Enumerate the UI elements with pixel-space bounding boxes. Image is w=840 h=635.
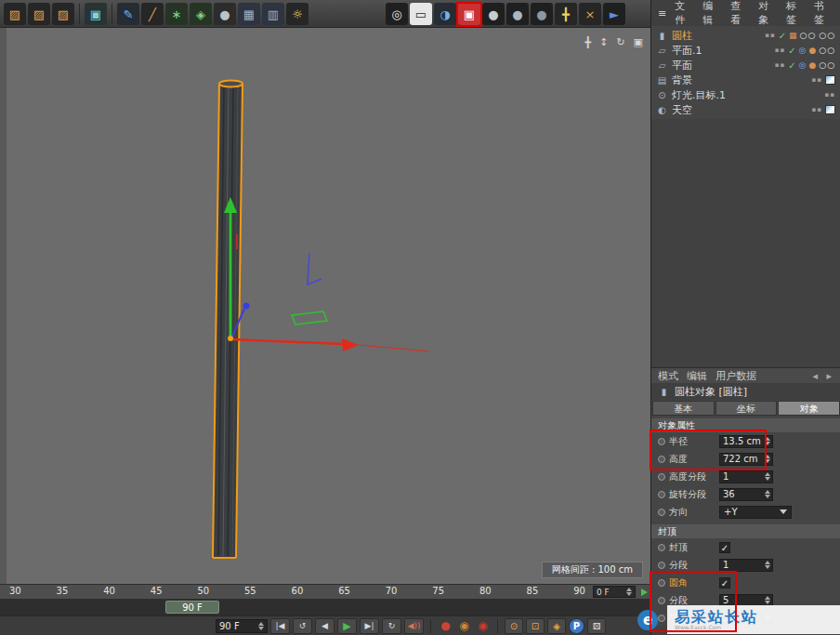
current-frame-field[interactable]: 90 F (216, 619, 268, 633)
next-frame-button[interactable]: ▶| (360, 618, 379, 634)
zoom-icon[interactable]: ↕ (599, 36, 608, 48)
keyframe-circle-icon[interactable] (658, 491, 665, 498)
keyframe-circle-icon[interactable] (658, 597, 665, 604)
tab-object[interactable]: 对象 (778, 401, 840, 416)
spinner[interactable] (258, 622, 264, 630)
render-picture-viewer-icon[interactable]: ▣ (458, 3, 480, 25)
cylinder-object[interactable] (213, 81, 243, 559)
viewport-canvas[interactable] (0, 28, 650, 584)
radius-input[interactable]: 13.5 cm (719, 435, 773, 448)
light-tool-icon[interactable]: ☼ (286, 3, 308, 25)
menu-mode[interactable]: 模式 (658, 369, 678, 383)
uv-tag-icon[interactable]: ○○ (800, 31, 817, 40)
cube-tool-icon[interactable]: ▣ (85, 3, 107, 25)
visibility-dots-icon[interactable]: ▪▪ (812, 76, 823, 84)
object-label[interactable]: 背景 (672, 73, 692, 87)
current-frame-knob[interactable]: 90 F (165, 601, 219, 614)
object-row-background[interactable]: ▤ 背景 ▪▪ (651, 73, 840, 87)
caps-checkbox[interactable]: ✓ (719, 542, 730, 553)
visibility-dots-icon[interactable]: ▪▪ (825, 91, 836, 99)
menu-objects[interactable]: 对象 (758, 0, 778, 27)
camera-tool-icon[interactable]: ▦ (238, 3, 260, 25)
symmetry-tool-icon[interactable]: ◈ (190, 3, 212, 25)
object-row-sky[interactable]: ◐ 天空 ▪▪ (651, 102, 840, 117)
sound-button[interactable]: ◀)) (404, 618, 424, 634)
record-scale-icon[interactable]: ⊡ (526, 618, 545, 634)
end-frame-field[interactable]: 0 F (593, 586, 636, 598)
tab-basic[interactable]: 基本 (652, 401, 715, 416)
knife-tool-icon[interactable]: ╱ (141, 3, 164, 25)
simulation-dice-icon[interactable]: ⚄ (587, 618, 606, 634)
target-tag-icon[interactable]: ◎ (799, 46, 807, 55)
metaball-tool-icon[interactable]: ● (214, 3, 236, 25)
spinner[interactable] (626, 588, 632, 596)
object-label[interactable]: 天空 (672, 103, 692, 117)
uv-tag-icon[interactable]: ○○ (819, 46, 835, 55)
object-row-light-target[interactable]: ⊙ 灯光.目标.1 ▪▪ (651, 87, 840, 102)
menu-icon[interactable]: ≡ (658, 7, 666, 20)
object-label[interactable]: 圆柱 (672, 29, 692, 43)
orientation-dropdown[interactable]: +Y (719, 506, 792, 519)
visibility-dots-icon[interactable]: ▪▪ (775, 61, 786, 69)
spinner[interactable] (765, 455, 770, 463)
spinner[interactable] (765, 561, 770, 569)
spinner[interactable] (765, 596, 770, 604)
clapboard-icon-1[interactable]: ▨ (4, 3, 26, 25)
phong-circles-icon[interactable]: ○○ (819, 31, 835, 40)
height-input[interactable]: 722 cm (719, 453, 773, 466)
material-sphere-icon-1[interactable]: ● (482, 3, 505, 25)
record-button[interactable]: ● (438, 618, 453, 634)
navigation-icon[interactable]: ► (603, 3, 625, 25)
record-position-icon[interactable]: ⊙ (505, 618, 523, 634)
rotation-segments-input[interactable]: 36 (719, 488, 773, 501)
keyframe-circle-icon[interactable] (658, 544, 665, 551)
phong-tag-icon[interactable]: ● (808, 46, 816, 55)
goto-start-button[interactable]: |◀ (270, 618, 290, 634)
render-region-icon[interactable]: ▭ (410, 3, 432, 25)
next-key-button[interactable]: ↻ (382, 618, 401, 634)
record-rotation-icon[interactable]: ◈ (547, 618, 566, 634)
timeline-ruler[interactable]: 30 35 40 45 50 55 60 65 70 75 80 85 90 0… (0, 584, 650, 599)
phong-tag-icon[interactable]: ● (808, 60, 816, 70)
enabled-check-icon[interactable]: ✓ (779, 31, 786, 41)
object-label[interactable]: 平面 (672, 59, 692, 73)
menu-file[interactable]: 文件 (675, 0, 694, 27)
previous-frame-button[interactable]: ◀ (315, 618, 335, 634)
spinner[interactable] (765, 437, 770, 445)
timeline-end-marker[interactable] (641, 589, 648, 596)
material-sphere-icon-3[interactable]: ● (531, 3, 553, 25)
powerslider-track[interactable]: 90 F (0, 599, 650, 615)
clapboard-icon-2[interactable]: ▨ (28, 3, 50, 25)
render-settings-icon[interactable]: ◑ (434, 3, 456, 25)
height-segments-input[interactable]: 1 (719, 470, 773, 483)
rotate-icon[interactable]: ↻ (616, 36, 624, 48)
target-tag-icon[interactable]: ◎ (799, 60, 807, 70)
material-sphere-icon-2[interactable]: ● (506, 3, 529, 25)
object-label[interactable]: 平面.1 (672, 44, 702, 58)
enabled-check-icon[interactable]: ✓ (788, 60, 795, 71)
tab-coordinates[interactable]: 坐标 (715, 401, 778, 416)
visibility-dots-icon[interactable]: ▪▪ (812, 106, 823, 113)
autokey-ring-button[interactable]: ◉ (456, 618, 472, 634)
maximize-icon[interactable]: ▣ (634, 36, 643, 48)
menu-view[interactable]: 查看 (730, 0, 750, 27)
coordinate-system-icon[interactable]: ╋ (555, 3, 577, 25)
section-object-properties[interactable]: 对象属性 (651, 418, 840, 432)
spinner[interactable] (765, 472, 770, 481)
pan-icon[interactable]: ╋ (585, 36, 592, 48)
menu-tags[interactable]: 标签 (786, 0, 806, 27)
parameter-mode-icon[interactable]: P (569, 618, 584, 634)
clapboard-icon-3[interactable]: ▨ (52, 3, 74, 25)
section-caps[interactable]: 封顶 (651, 524, 840, 538)
fillet-checkbox[interactable]: ✓ (719, 577, 730, 589)
menu-edit[interactable]: 编辑 (687, 369, 707, 383)
keyframe-circle-icon[interactable] (658, 579, 665, 587)
cap-segments-input[interactable]: 1 (719, 559, 773, 572)
viewport[interactable]: ╋ ↕ ↻ ▣ 网格间距 : 100 cm (0, 28, 650, 584)
stage-tool-icon[interactable]: ▥ (262, 3, 284, 25)
enabled-check-icon[interactable]: ✓ (788, 46, 795, 56)
object-row-plane[interactable]: ▱ 平面 ▪▪ ✓ ◎ ● ○○ (651, 58, 840, 73)
compositing-tag-icon[interactable] (825, 75, 835, 85)
visibility-dots-icon[interactable]: ▪▪ (765, 32, 776, 39)
pen-tool-icon[interactable]: ✎ (117, 3, 139, 25)
